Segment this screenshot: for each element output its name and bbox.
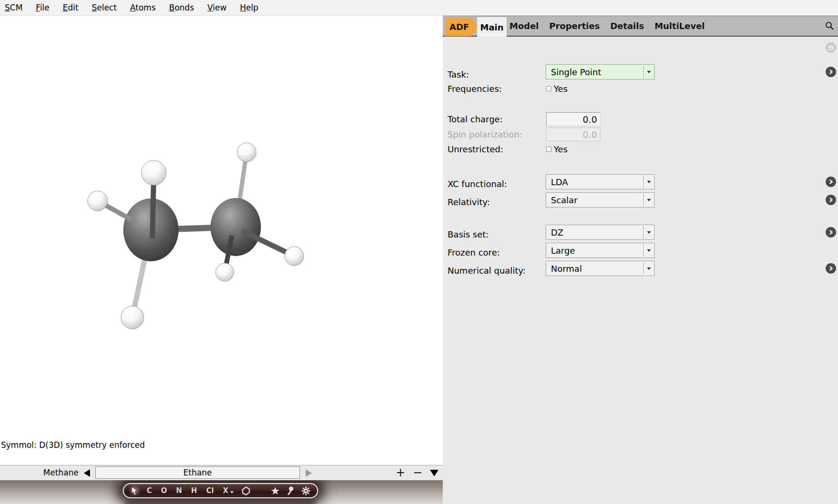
tool-strip: C O N H Cl X bbox=[0, 480, 443, 504]
spin-polarization-label: Spin polarization: bbox=[448, 128, 522, 141]
current-molecule-selector[interactable]: Ethane bbox=[95, 466, 300, 479]
molecule-list-icon[interactable] bbox=[430, 470, 439, 476]
molecule-nav-bar: Methane Ethane + − bbox=[0, 465, 443, 480]
frequencies-yes-label[interactable]: Yes bbox=[554, 84, 568, 94]
dropdown-arrow-icon bbox=[647, 199, 651, 201]
spin-polarization-input: 0.0 bbox=[546, 128, 600, 141]
numerical-quality-value: Normal bbox=[551, 264, 582, 274]
dropdown-arrow-icon bbox=[647, 231, 651, 234]
menu-bar: SCM File Edit Select Atoms Bonds View He… bbox=[0, 0, 838, 16]
menu-edit[interactable]: Edit bbox=[63, 3, 79, 12]
relativity-value: Scalar bbox=[551, 195, 578, 205]
numerical-quality-label: Numerical quality: bbox=[448, 263, 526, 278]
previous-molecule-label: Methane bbox=[29, 468, 79, 477]
pill-reflection bbox=[125, 500, 316, 504]
hydrogen-atom-5[interactable] bbox=[216, 263, 234, 281]
pen-tool-icon[interactable] bbox=[287, 486, 294, 495]
menu-atoms[interactable]: Atoms bbox=[130, 3, 156, 12]
frozen-core-dropdown[interactable]: Large bbox=[546, 243, 655, 258]
relativity-label: Relativity: bbox=[448, 195, 490, 210]
menu-bonds[interactable]: Bonds bbox=[169, 3, 194, 12]
tab-bar: ADF Main Model Properties Details MultiL… bbox=[443, 16, 838, 37]
carbon-atom-2[interactable] bbox=[210, 198, 261, 256]
select-cursor-icon[interactable] bbox=[129, 484, 141, 497]
element-h-button[interactable]: H bbox=[191, 486, 197, 495]
ring-tool-icon[interactable] bbox=[241, 486, 250, 495]
adf-input-window: SCM File Edit Select Atoms Bonds View He… bbox=[0, 0, 838, 504]
task-dropdown[interactable]: Single Point bbox=[546, 64, 655, 79]
dropdown-arrow-icon bbox=[647, 267, 651, 270]
menu-help[interactable]: Help bbox=[240, 3, 259, 12]
molecule-viewer[interactable]: Symmol: D(3D) symmetry enforced bbox=[0, 16, 443, 465]
hydrogen-atom-3[interactable] bbox=[121, 306, 144, 329]
xc-functional-dropdown[interactable]: LDA bbox=[546, 174, 655, 189]
element-toolbar: C O N H Cl X bbox=[123, 483, 318, 498]
tab-adf[interactable]: ADF bbox=[445, 18, 479, 36]
basis-set-dropdown[interactable]: DZ bbox=[546, 225, 655, 240]
structures-star-icon[interactable] bbox=[271, 487, 279, 495]
xc-functional-value: LDA bbox=[551, 177, 568, 187]
frozen-core-label: Frozen core: bbox=[448, 245, 500, 260]
unrestricted-label: Unrestricted: bbox=[448, 144, 503, 154]
element-x-label: X bbox=[223, 486, 229, 495]
hydrogen-atom-6[interactable] bbox=[285, 247, 304, 266]
panel-menu-icon[interactable] bbox=[826, 42, 836, 53]
total-charge-input[interactable]: 0.0 bbox=[546, 112, 600, 126]
add-molecule-button[interactable]: + bbox=[394, 465, 407, 480]
total-charge-label: Total charge: bbox=[448, 112, 503, 126]
tab-properties[interactable]: Properties bbox=[549, 21, 600, 31]
remove-molecule-button[interactable]: − bbox=[411, 465, 424, 480]
tab-main[interactable]: Main bbox=[477, 17, 507, 37]
previous-molecule-icon[interactable] bbox=[84, 469, 90, 477]
next-molecule-icon[interactable] bbox=[306, 469, 312, 477]
frequencies-label: Frequencies: bbox=[448, 84, 502, 94]
search-icon[interactable] bbox=[825, 21, 834, 30]
hydrogen-atom-1[interactable] bbox=[141, 160, 166, 185]
unrestricted-checkbox[interactable] bbox=[546, 147, 551, 152]
chevron-down-icon bbox=[230, 491, 234, 494]
hydrogen-atom-4[interactable] bbox=[237, 143, 256, 162]
xc-functional-detail-button[interactable] bbox=[826, 177, 836, 187]
xc-functional-label: XC functional: bbox=[448, 177, 507, 192]
frozen-core-value: Large bbox=[551, 246, 575, 256]
basis-set-value: DZ bbox=[551, 227, 563, 237]
basis-set-detail-button[interactable] bbox=[826, 227, 836, 237]
menu-view[interactable]: View bbox=[208, 3, 227, 12]
element-cl-button[interactable]: Cl bbox=[206, 486, 214, 495]
menu-select[interactable]: Select bbox=[92, 3, 117, 12]
relativity-detail-button[interactable] bbox=[826, 195, 836, 205]
dropdown-arrow-icon bbox=[647, 181, 651, 183]
dropdown-arrow-icon bbox=[647, 71, 651, 73]
element-c-button[interactable]: C bbox=[147, 486, 152, 495]
hydrogen-atom-2[interactable] bbox=[88, 191, 108, 211]
basis-set-label: Basis set: bbox=[448, 227, 489, 242]
task-value: Single Point bbox=[551, 67, 601, 77]
menu-scm[interactable]: SCM bbox=[5, 3, 22, 12]
dropdown-arrow-icon bbox=[647, 249, 651, 252]
numerical-quality-dropdown[interactable]: Normal bbox=[546, 261, 655, 276]
frequencies-checkbox[interactable] bbox=[546, 86, 551, 91]
tab-details[interactable]: Details bbox=[610, 21, 644, 31]
ethane-molecule[interactable] bbox=[0, 16, 443, 465]
unrestricted-yes-label[interactable]: Yes bbox=[554, 144, 568, 154]
tab-multilevel[interactable]: MultiLevel bbox=[655, 21, 705, 31]
element-n-button[interactable]: N bbox=[176, 486, 182, 495]
task-label: Task: bbox=[448, 67, 469, 82]
menu-file[interactable]: File bbox=[36, 3, 49, 12]
settings-gear-icon[interactable] bbox=[301, 486, 310, 495]
numerical-quality-detail-button[interactable] bbox=[826, 263, 836, 274]
symmetry-status: Symmol: D(3D) symmetry enforced bbox=[1, 440, 145, 450]
element-other-dropdown[interactable]: X bbox=[223, 486, 234, 495]
element-o-button[interactable]: O bbox=[161, 486, 167, 495]
task-detail-button[interactable] bbox=[826, 67, 836, 77]
tab-model[interactable]: Model bbox=[509, 21, 539, 31]
relativity-dropdown[interactable]: Scalar bbox=[546, 192, 655, 208]
